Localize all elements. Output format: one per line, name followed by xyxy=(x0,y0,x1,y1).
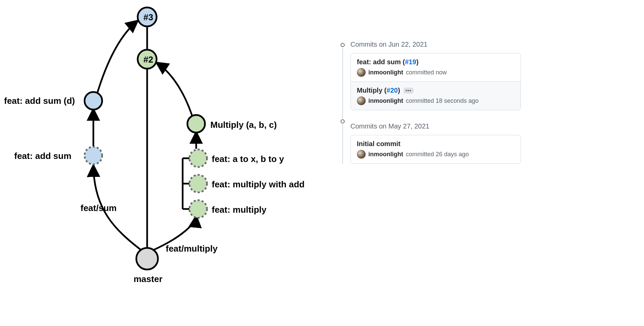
svg-point-1 xyxy=(341,120,344,123)
commit-date-header: Commits on May 27, 2021 xyxy=(350,122,521,130)
multiply-withadd-label: feat: multiply with add xyxy=(212,179,304,190)
pr-link[interactable]: #19 xyxy=(405,58,416,66)
commit-meta: inmoonlight committed 26 days ago xyxy=(357,150,514,159)
multiply-base-label: feat: multiply xyxy=(212,205,267,215)
pr-link[interactable]: #20 xyxy=(387,87,398,94)
commit-2-label: #2 xyxy=(143,54,153,65)
commits-timeline: Commits on Jun 22, 2021 feat: add sum (#… xyxy=(338,41,521,164)
commits-panel: Commits on Jun 22, 2021 feat: add sum (#… xyxy=(338,41,521,176)
avatar[interactable] xyxy=(357,150,366,159)
commit-author[interactable]: inmoonlight xyxy=(368,97,403,104)
commit-meta-rest: committed now xyxy=(406,69,447,76)
sum-d-commit xyxy=(85,92,102,110)
multiply-abc-commit xyxy=(187,115,205,133)
sum-label: feat: add sum xyxy=(14,151,71,161)
commit-author[interactable]: inmoonlight xyxy=(368,69,403,76)
commit-meta-rest: committed 26 days ago xyxy=(406,151,469,158)
commit-group: feat: add sum (#19) inmoonlight committe… xyxy=(350,53,521,110)
branch-multiply-label: feat/multiply xyxy=(166,243,217,254)
commit-title[interactable]: Initial commit xyxy=(357,140,514,148)
commit-title-prefix: Multiply ( xyxy=(357,87,387,94)
sum-d-label: feat: add sum (d) xyxy=(4,96,75,106)
avatar[interactable] xyxy=(357,96,366,105)
commit-dot-icon xyxy=(340,42,346,48)
commit-row[interactable]: feat: add sum (#19) inmoonlight committe… xyxy=(351,53,521,82)
ellipsis-button[interactable]: ••• xyxy=(404,88,414,94)
multiply-bracket xyxy=(183,158,189,209)
graph-svg xyxy=(0,0,338,326)
commit-title[interactable]: feat: add sum (#19) xyxy=(357,58,514,66)
commit-title[interactable]: Multiply (#20) ••• xyxy=(357,87,514,94)
commit-3-label: #3 xyxy=(143,12,153,23)
sum-commit-dashed xyxy=(85,147,102,164)
commit-dot-icon xyxy=(340,118,346,124)
git-graph-diagram: #3 #2 feat: add sum (d) feat: add sum fe… xyxy=(0,0,338,326)
avatar[interactable] xyxy=(357,68,366,77)
multiply-abc-label: Multiply (a, b, c) xyxy=(210,120,277,130)
multiply-commit-2 xyxy=(189,175,207,192)
commit-title-suffix: ) xyxy=(416,58,419,66)
sum-merge-curve xyxy=(97,21,137,93)
commit-row[interactable]: Initial commit inmoonlight committed 26 … xyxy=(351,135,521,163)
svg-point-0 xyxy=(341,43,344,47)
commit-date-header: Commits on Jun 22, 2021 xyxy=(350,41,521,48)
commit-title-suffix: ) xyxy=(398,87,400,94)
multiply-atox-label: feat: a to x, b to y xyxy=(212,154,284,164)
master-label: master xyxy=(134,274,162,284)
commit-group: Initial commit inmoonlight committed 26 … xyxy=(350,135,521,164)
branch-sum-label: feat/sum xyxy=(80,203,117,213)
commit-meta: inmoonlight committed 18 seconds ago xyxy=(357,96,514,105)
multiply-commit-3 xyxy=(189,200,207,218)
commit-meta: inmoonlight committed now xyxy=(357,68,514,77)
master-node xyxy=(136,248,158,270)
commit-meta-rest: committed 18 seconds ago xyxy=(406,97,479,104)
commit-title-prefix: Initial commit xyxy=(357,140,400,148)
commit-title-prefix: feat: add sum ( xyxy=(357,58,405,66)
commit-author[interactable]: inmoonlight xyxy=(368,151,403,158)
commit-row[interactable]: Multiply (#20) ••• inmoonlight committed… xyxy=(351,82,521,110)
multiply-merge-curve xyxy=(157,63,192,116)
multiply-commit-1 xyxy=(189,149,207,167)
